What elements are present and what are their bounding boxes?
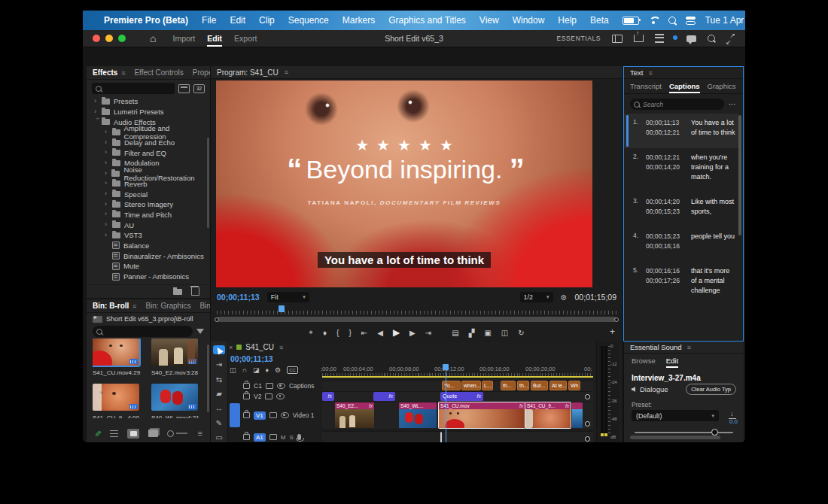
- tab-bin-audio[interactable]: Bin: Au: [199, 302, 210, 310]
- caption-clip[interactable]: L...: [482, 381, 493, 390]
- workspace-label[interactable]: ESSENTIALS: [557, 35, 601, 42]
- menu-item[interactable]: Markers: [342, 15, 375, 26]
- clear-audio-type-button[interactable]: Clear Audio Typ: [686, 384, 736, 395]
- lock-icon[interactable]: [243, 393, 250, 399]
- home-icon[interactable]: ⌂: [150, 32, 156, 44]
- transport-button[interactable]: ▶: [409, 329, 416, 337]
- effects-tree-item[interactable]: › Noise Reduction/Restoration: [87, 169, 210, 179]
- caption-clip[interactable]: Yo...: [442, 381, 461, 390]
- clip-thumbnail[interactable]: [93, 384, 139, 411]
- track-target-badge[interactable]: V1: [254, 411, 266, 420]
- timeline-toolbar-icon[interactable]: ♦: [266, 366, 269, 374]
- caption-text[interactable]: that it's more of a mental challenge: [691, 266, 735, 296]
- tool-button[interactable]: ▰: [213, 389, 225, 398]
- transport-button[interactable]: }: [349, 329, 351, 337]
- share-export-icon[interactable]: [634, 35, 644, 42]
- sync-lock-icon[interactable]: [269, 412, 277, 418]
- tool-button[interactable]: [213, 345, 225, 354]
- effects-tree-item[interactable]: Mute: [87, 261, 210, 272]
- new-bin-icon[interactable]: [173, 289, 182, 295]
- tree-chevron-icon[interactable]: ›: [105, 200, 112, 208]
- captions-track-header[interactable]: C1 Captions: [228, 381, 322, 391]
- transport-button[interactable]: ▞: [469, 329, 475, 337]
- program-scrollbar[interactable]: [217, 317, 616, 322]
- clip-thumbnail[interactable]: [93, 339, 139, 366]
- a1-track-header[interactable]: A1 M S: [228, 431, 322, 442]
- volume-slider[interactable]: [635, 432, 733, 433]
- bin-clip-item[interactable]: S40_E2.mov3:28: [151, 339, 198, 376]
- caption-list-item[interactable]: 1. 00;00;11;1300;00;12;21 You have a lot…: [624, 114, 738, 148]
- workspaces-icon[interactable]: [655, 34, 664, 43]
- panel-menu-icon[interactable]: ≡: [648, 69, 652, 77]
- bin-clip-item[interactable]: S40_WL.mov4:21: [151, 384, 198, 418]
- tool-button[interactable]: ⇆: [213, 375, 225, 384]
- comments-icon[interactable]: [686, 35, 696, 42]
- tree-chevron-icon[interactable]: ›: [105, 220, 112, 228]
- tab-bin-graphics[interactable]: Bin: Graphics: [145, 302, 190, 310]
- effects-tree-item[interactable]: › Lumetri Presets: [87, 107, 210, 117]
- track-visibility-eye-icon[interactable]: [276, 393, 285, 399]
- transport-button[interactable]: ↻: [518, 329, 524, 337]
- transport-button[interactable]: ⇤: [361, 329, 367, 337]
- quick-search-icon[interactable]: [708, 35, 715, 42]
- new-custom-bin-icon[interactable]: [178, 84, 190, 93]
- sync-lock-icon[interactable]: [269, 434, 277, 440]
- sync-lock-icon[interactable]: [266, 383, 273, 389]
- track-target-badge[interactable]: A1: [254, 433, 266, 442]
- clip-thumbnail[interactable]: [151, 339, 198, 366]
- audio-clip[interactable]: [440, 432, 442, 442]
- text-panel-tab[interactable]: Graphics: [708, 82, 736, 90]
- tree-chevron-icon[interactable]: ›: [105, 231, 112, 238]
- fullscreen-icon[interactable]: [726, 35, 735, 43]
- effects-tree-item[interactable]: › Presets: [87, 96, 210, 107]
- transport-button[interactable]: ◫: [501, 329, 508, 337]
- track-knob[interactable]: [585, 436, 590, 442]
- caption-list-item[interactable]: 2. 00;00;12;2100;00;14;20 when you're tr…: [624, 148, 738, 193]
- transport-button[interactable]: {: [336, 329, 339, 337]
- tree-chevron-icon[interactable]: ›: [105, 148, 112, 156]
- a1-track-lane[interactable]: [322, 431, 593, 442]
- workspace-panel-icon[interactable]: [612, 35, 623, 43]
- video-clip[interactable]: S40_E2...fx: [335, 402, 374, 428]
- bin-options-icon[interactable]: ≡: [198, 429, 202, 438]
- tab-effect-controls[interactable]: Effect Controls: [134, 68, 183, 77]
- timeline-toolbar-icon[interactable]: ⚙: [275, 366, 281, 374]
- tree-chevron-icon[interactable]: ›: [94, 108, 102, 115]
- caption-text[interactable]: Like with most sports,: [691, 197, 735, 217]
- menu-item[interactable]: File: [202, 15, 216, 26]
- graphic-clip[interactable]: fx: [373, 392, 395, 401]
- program-playhead[interactable]: [279, 305, 285, 312]
- slider-knob[interactable]: [711, 429, 718, 436]
- thumbnail-view-icon[interactable]: [127, 429, 139, 439]
- essential-sound-title[interactable]: Essential Sound: [630, 343, 682, 351]
- menu-item[interactable]: Clip: [259, 15, 275, 26]
- bin-clip-item[interactable]: S41_CU.mov4:29: [93, 339, 139, 376]
- effects-tree-item[interactable]: › AU: [87, 220, 210, 230]
- video-clip[interactable]: [572, 402, 583, 428]
- menu-item[interactable]: Graphics and Titles: [388, 15, 466, 26]
- transport-button[interactable]: ▤: [452, 329, 458, 337]
- transport-button[interactable]: ♦: [323, 329, 327, 337]
- thumbnail-zoom-slider[interactable]: [167, 430, 187, 437]
- timeline-ruler[interactable]: ;00;0000;00;04;0000;00;08;0000;00;12;000…: [322, 364, 593, 376]
- effects-tree-item[interactable]: › VST3: [87, 230, 210, 241]
- essential-sound-scrollbar[interactable]: [630, 436, 720, 439]
- wifi-icon[interactable]: [649, 17, 659, 24]
- tree-chevron-icon[interactable]: ›: [105, 128, 112, 135]
- bin-search-input[interactable]: [93, 326, 193, 337]
- tree-chevron-icon[interactable]: ›: [105, 210, 112, 217]
- effects-tree-item[interactable]: › Amplitude and Compression: [87, 127, 210, 138]
- sync-lock-icon[interactable]: [265, 393, 272, 399]
- clip-thumbnail[interactable]: [151, 384, 198, 411]
- text-panel-tab[interactable]: Captions: [669, 80, 700, 93]
- captions-search-input[interactable]: Search: [630, 99, 724, 110]
- caption-clip[interactable]: th...: [501, 381, 516, 390]
- text-panel-tab[interactable]: Transcript: [630, 82, 662, 90]
- panel-menu-icon[interactable]: ≡: [121, 69, 125, 77]
- video-clip[interactable]: S41_CU.movfx: [439, 402, 525, 428]
- sequence-tab[interactable]: × S41_CU ≡: [229, 343, 283, 351]
- voiceover-mic-icon[interactable]: [297, 434, 301, 440]
- mode-tab[interactable]: Edit: [207, 31, 222, 47]
- minimize-window-button[interactable]: [105, 35, 113, 42]
- transport-button[interactable]: ▶: [393, 327, 400, 338]
